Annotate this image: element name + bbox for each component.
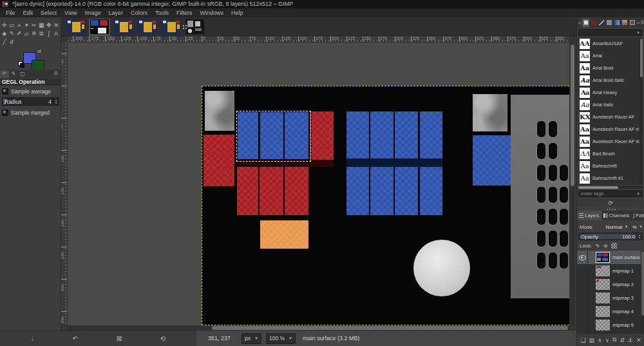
lock-alpha-icon[interactable]	[611, 243, 617, 249]
font-list-horizontal-scrollbar-thumb[interactable]	[578, 186, 618, 189]
mypaint-brushes-tab-icon[interactable]	[598, 19, 605, 27]
visibility-cell[interactable]	[577, 255, 587, 260]
vertical-scrollbar-thumb[interactable]	[571, 44, 574, 186]
selection-marching-ants[interactable]	[236, 111, 311, 162]
menu-file[interactable]: File	[2, 8, 19, 17]
zoom-tool-icon[interactable]: ☌	[8, 38, 16, 46]
new-layer-button[interactable]: ❑	[580, 337, 585, 343]
image-tab-1[interactable]	[65, 19, 86, 36]
font-list-item[interactable]: AaBahnschrift	[578, 160, 643, 172]
link-cell[interactable]	[587, 305, 594, 318]
mode-select[interactable]: Normal	[606, 224, 623, 230]
font-list-item[interactable]: AaArial Bold Italic	[578, 74, 643, 86]
raise-layer-button[interactable]: ∧	[598, 337, 602, 343]
paintbrush-tool-icon[interactable]: ✐	[15, 30, 23, 38]
free-select-tool-icon[interactable]: ⟡	[15, 21, 23, 30]
reset-tool-options-button[interactable]: ⟲	[160, 335, 166, 342]
tab-channels[interactable]: Channels	[601, 211, 632, 220]
font-list-item[interactable]: AaArial	[578, 50, 643, 62]
unit-select[interactable]: px ▼	[242, 333, 261, 344]
menu-select[interactable]: Select	[37, 8, 61, 17]
navigation-preview-button[interactable]	[569, 325, 575, 331]
clone-tool-icon[interactable]: ⧉	[38, 30, 46, 38]
canvas-vertical-scrollbar[interactable]	[569, 43, 575, 325]
measure-tool-icon[interactable]: ╱	[1, 38, 8, 46]
link-cell[interactable]	[587, 251, 594, 264]
layer-list-scrollbar-thumb[interactable]	[641, 251, 644, 316]
sample-merged-checkbox[interactable]	[2, 110, 8, 116]
menu-colors[interactable]: Colors	[127, 8, 151, 17]
bucket-fill-tool-icon[interactable]: ◈	[1, 30, 8, 38]
duplicate-layer-button[interactable]: ⧉	[612, 336, 616, 343]
menu-windows[interactable]: Windows	[196, 8, 227, 17]
layer-thumbnail[interactable]	[596, 252, 610, 263]
restore-tool-preset-button[interactable]: ↶	[73, 335, 78, 342]
layer-list-scrollbar[interactable]	[641, 251, 644, 346]
menu-filters[interactable]: Filters	[173, 8, 196, 17]
lower-layer-button[interactable]: ∨	[605, 337, 609, 343]
horizontal-scrollbar-thumb[interactable]	[212, 326, 568, 330]
default-colors-icon[interactable]	[18, 61, 24, 67]
device-status-tab-icon[interactable]: ✎	[9, 70, 18, 78]
delete-layer-button[interactable]: ✕	[636, 337, 641, 343]
layer-row[interactable]: mipmap 2	[577, 278, 644, 291]
tags-input[interactable]: enter tags ▼	[578, 190, 643, 197]
font-list-scrollbar[interactable]	[639, 37, 643, 185]
layer-thumbnail[interactable]	[596, 320, 610, 331]
font-list-item[interactable]: ΚΧAurebesh Racer AF	[578, 111, 643, 123]
merge-layer-button[interactable]: ⇵	[620, 337, 625, 343]
radius-spinner[interactable]: ▲▼	[53, 98, 59, 105]
canvas-viewport[interactable]	[68, 43, 569, 325]
menu-layer[interactable]: Layer	[104, 8, 127, 17]
image-tab-4[interactable]	[137, 19, 158, 36]
layer-thumbnail[interactable]	[596, 265, 610, 276]
layer-row[interactable]: mipmap 5	[577, 318, 644, 332]
dock-tabs-scroll-left-icon[interactable]: <	[578, 20, 582, 26]
layer-row[interactable]: mipmap 4	[577, 305, 644, 318]
paths-tool-icon[interactable]: ʃ	[45, 30, 53, 38]
tab-paths[interactable]: ʃPaths	[631, 211, 644, 220]
font-filter-input[interactable]: ▼	[578, 29, 643, 36]
radius-slider[interactable]: Radius 4 ▲▼	[2, 97, 59, 106]
new-layer-group-button[interactable]: ▤	[589, 337, 594, 343]
menu-image[interactable]: Image	[80, 8, 104, 17]
delete-tool-preset-button[interactable]: ⊠	[117, 335, 122, 342]
lock-pixels-icon[interactable]: ✎	[595, 243, 600, 249]
unified-transform-tool-icon[interactable]: ▦	[38, 21, 46, 30]
crop-tool-icon[interactable]: ✂	[30, 21, 38, 30]
image-tab-3[interactable]	[113, 19, 134, 36]
patterns-tab-icon[interactable]	[605, 19, 612, 27]
airbrush-tool-icon[interactable]: ※	[30, 30, 38, 38]
text-tool-icon[interactable]: A	[53, 30, 61, 38]
vertical-ruler[interactable]: -50050100150200250300350	[61, 43, 68, 325]
font-list-item[interactable]: AAAmarilloUSAF	[578, 37, 643, 50]
dock-menu-icon[interactable]: ⊟	[641, 20, 644, 25]
zoom-follow-window-button[interactable]	[569, 36, 575, 43]
tab-layers[interactable]: Layers	[577, 211, 601, 220]
fonts-tab-icon[interactable]	[582, 19, 589, 27]
font-list-item[interactable]: AaAurebesh Racer AF #1	[578, 123, 643, 135]
ruler-corner-button[interactable]	[61, 36, 68, 43]
layer-thumbnail[interactable]	[596, 279, 610, 290]
font-list-horizontal-scrollbar[interactable]	[578, 186, 643, 189]
menu-tools[interactable]: Tools	[151, 8, 173, 17]
font-list-item[interactable]: ΛΛBad Brush	[578, 148, 643, 160]
image-list-icon[interactable]	[182, 24, 188, 30]
canvas-horizontal-scrollbar[interactable]	[68, 325, 569, 331]
fuzzy-select-tool-icon[interactable]: ✶	[23, 21, 31, 30]
image-tab-5[interactable]	[160, 19, 182, 36]
layer-row[interactable]: main surface	[577, 251, 644, 264]
menu-view[interactable]: View	[61, 8, 80, 17]
eraser-tool-icon[interactable]: ▱	[23, 30, 31, 38]
menu-help[interactable]: Help	[227, 8, 247, 17]
font-list-item[interactable]: AaArial Heavy	[578, 86, 643, 99]
windows-tab-icon[interactable]: ▢	[18, 70, 27, 78]
horizontal-ruler[interactable]: -200-175-150-125-100-75-50-2502550751001…	[68, 36, 569, 43]
font-list-scrollbar-thumb[interactable]	[640, 39, 643, 77]
menu-edit[interactable]: Edit	[19, 8, 37, 17]
chevron-down-icon[interactable]: ▼	[639, 225, 643, 229]
anchor-layer-button[interactable]: ⚓	[628, 337, 633, 343]
canvas-image[interactable]	[202, 86, 569, 325]
image-tab-2[interactable]	[89, 19, 110, 36]
tool-options-menu-icon[interactable]: ⊟	[54, 71, 58, 76]
